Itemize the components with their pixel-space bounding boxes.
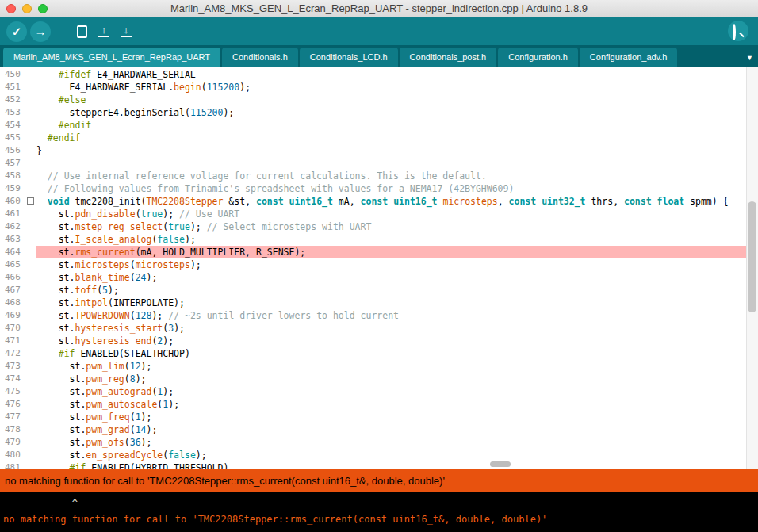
magnifier-icon [733, 25, 744, 36]
code-text: st.pwm_ofs(36); [36, 436, 758, 449]
code-text: st.pdn_disable(true); // Use UART [36, 208, 758, 220]
line-number: 474 [0, 373, 27, 385]
gutter-fold-column [27, 449, 36, 461]
editor[interactable]: 450 #ifdef E4_HARDWARE_SERIAL451 E4_HARD… [0, 67, 758, 469]
line-number: 472 [0, 347, 27, 360]
tab-Conditionals_post.h[interactable]: Conditionals_post.h [400, 48, 497, 67]
line-number: 467 [0, 284, 27, 297]
vertical-scrollbar-thumb[interactable] [748, 201, 756, 312]
code-line[interactable]: 481 #if ENABLED(HYBRID_THRESHOLD) [0, 461, 758, 469]
code-line[interactable]: 475 st.pwm_autograd(1); [0, 385, 758, 398]
line-number: 465 [0, 258, 27, 271]
tab-menu-button[interactable]: ▼ [746, 55, 753, 62]
open-button[interactable]: ↑ [94, 21, 114, 42]
code-line[interactable]: 469 st.TPOWERDOWN(128); // ~2s until dri… [0, 309, 758, 322]
code-text: #else [36, 94, 758, 106]
new-sketch-button[interactable] [71, 21, 92, 42]
gutter-fold-column [27, 132, 36, 144]
line-number: 460 [0, 195, 27, 208]
code-line[interactable]: 457 [0, 157, 758, 170]
line-number: 455 [0, 132, 27, 144]
code-text: st.TPOWERDOWN(128); // ~2s until driver … [36, 309, 758, 322]
code-line[interactable]: 462 st.mstep_reg_select(true); // Select… [0, 220, 758, 233]
gutter-fold-column [27, 246, 36, 258]
code-line[interactable]: 461 st.pdn_disable(true); // Use UART [0, 208, 758, 220]
code-line[interactable]: 467 st.toff(5); [0, 284, 758, 297]
tab-Conditionals.h[interactable]: Conditionals.h [222, 48, 298, 67]
code-line[interactable]: 453 stepperE4.beginSerial(115200); [0, 106, 758, 119]
tab-Configuration.h[interactable]: Configuration.h [498, 48, 578, 67]
code-line[interactable]: 480 st.en_spreadCycle(false); [0, 449, 758, 461]
toolbar: ✓ → ↑ ↓ [0, 17, 758, 45]
code-line[interactable]: 460 void tmc2208_init(TMC2208Stepper &st… [0, 195, 758, 208]
code-line[interactable]: 471 st.hysteresis_end(2); [0, 335, 758, 347]
code-text: // Use internal reference voltage for cu… [36, 170, 758, 182]
console-output[interactable]: ^no matching function for call to 'TMC22… [0, 492, 758, 532]
line-number: 456 [0, 144, 27, 157]
code-line[interactable]: 474 st.pwm_reg(8); [0, 373, 758, 385]
code-line[interactable]: 477 st.pwm_freq(1); [0, 411, 758, 423]
code-text: st.blank_time(24); [36, 271, 758, 284]
gutter-fold-column [27, 94, 36, 106]
line-number: 473 [0, 360, 27, 373]
verify-button[interactable]: ✓ [6, 21, 27, 42]
code-line[interactable]: 476 st.pwm_autoscale(1); [0, 398, 758, 411]
code-area[interactable]: 450 #ifdef E4_HARDWARE_SERIAL451 E4_HARD… [0, 67, 758, 469]
code-text: st.pwm_autograd(1); [36, 385, 758, 398]
tab-Conditionals_LCD.h[interactable]: Conditionals_LCD.h [300, 48, 398, 67]
serial-monitor-button[interactable] [728, 21, 748, 41]
code-text: st.toff(5); [36, 284, 758, 297]
code-line[interactable]: 466 st.blank_time(24); [0, 271, 758, 284]
gutter-fold-column [27, 170, 36, 182]
code-line[interactable]: 465 st.microsteps(microsteps); [0, 258, 758, 271]
console-line: no matching function for call to 'TMC220… [3, 511, 758, 527]
upload-button[interactable]: → [30, 21, 51, 42]
minimize-button[interactable] [22, 4, 32, 13]
code-line[interactable]: 458 // Use internal reference voltage fo… [0, 170, 758, 182]
gutter-fold-column [27, 373, 36, 385]
line-number: 464 [0, 246, 27, 258]
line-number: 461 [0, 208, 27, 220]
close-button[interactable] [6, 4, 16, 13]
line-number: 451 [0, 81, 27, 94]
code-line[interactable]: 468 st.intpol(INTERPOLATE); [0, 297, 758, 309]
tab-Configuration_adv.h[interactable]: Configuration_adv.h [580, 48, 678, 67]
code-line[interactable]: 452 #else [0, 94, 758, 106]
code-text: #endif [36, 132, 758, 144]
code-line[interactable]: 472 #if ENABLED(STEALTHCHOP) [0, 347, 758, 360]
page-icon [77, 25, 87, 38]
gutter-fold-column [27, 258, 36, 271]
gutter-fold-column [27, 68, 36, 81]
fold-marker-icon[interactable] [27, 197, 34, 205]
code-line[interactable]: 473 st.pwm_lim(12); [0, 360, 758, 373]
tab-Marlin_AM8_MKS_GEN_L_Ecran_RepRap_UART[interactable]: Marlin_AM8_MKS_GEN_L_Ecran_RepRap_UART [3, 48, 220, 67]
vertical-scrollbar[interactable] [746, 67, 758, 469]
gutter-fold-column [27, 385, 36, 398]
gutter-fold-column [27, 233, 36, 246]
gutter-fold-column [27, 144, 36, 157]
save-button[interactable]: ↓ [116, 21, 136, 42]
code-line[interactable]: 456} [0, 144, 758, 157]
code-line[interactable]: 479 st.pwm_ofs(36); [0, 436, 758, 449]
code-line[interactable]: 451 E4_HARDWARE_SERIAL.begin(115200); [0, 81, 758, 94]
code-line[interactable]: 450 #ifdef E4_HARDWARE_SERIAL [0, 68, 758, 81]
code-line[interactable]: 455 #endif [0, 132, 758, 144]
gutter-fold-column [27, 195, 36, 208]
tab-bar: ▼ Marlin_AM8_MKS_GEN_L_Ecran_RepRap_UART… [0, 45, 758, 67]
code-line[interactable]: 464 st.rms_current(mA, HOLD_MULTIPLIER, … [0, 246, 758, 258]
code-line[interactable]: 454 #endif [0, 119, 758, 132]
horizontal-scrollbar-thumb[interactable] [490, 461, 511, 467]
code-line[interactable]: 478 st.pwm_grad(14); [0, 423, 758, 436]
line-number: 453 [0, 106, 27, 119]
down-arrow-tray-icon: ↓ [121, 25, 132, 37]
code-line[interactable]: 459 // Following values from Trinamic's … [0, 182, 758, 195]
status-bar: no matching function for call to 'TMC220… [0, 469, 758, 492]
arrow-right-icon: → [35, 25, 47, 37]
gutter-fold-column [27, 347, 36, 360]
code-line[interactable]: 470 st.hysteresis_start(3); [0, 322, 758, 335]
zoom-button[interactable] [38, 4, 48, 13]
code-line[interactable]: 463 st.I_scale_analog(false); [0, 233, 758, 246]
gutter-fold-column [27, 335, 36, 347]
gutter-fold-column [27, 182, 36, 195]
gutter-fold-column [27, 411, 36, 423]
